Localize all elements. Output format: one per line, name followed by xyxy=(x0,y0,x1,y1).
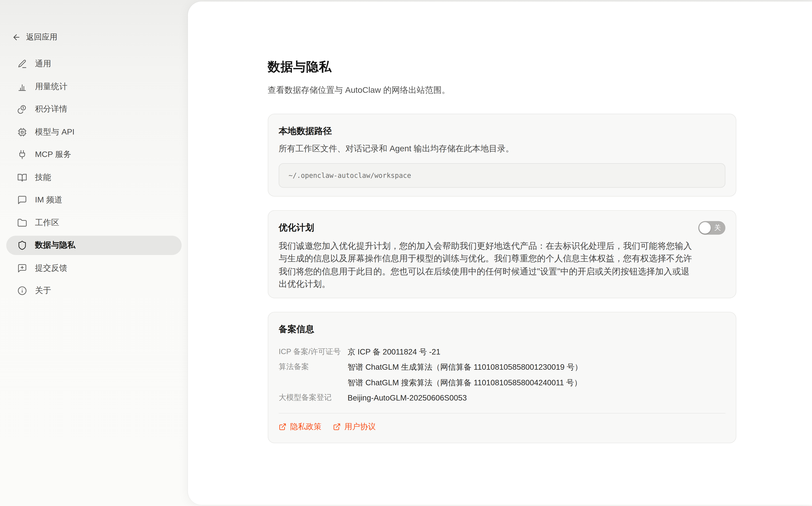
external-link-icon xyxy=(279,423,287,431)
back-to-app-label: 返回应用 xyxy=(26,32,57,42)
bar-chart-icon xyxy=(17,82,27,92)
filing-row-value: 智谱 ChatGLM 搜索算法（网信算备 1101081058580042400… xyxy=(348,375,582,390)
settings-main-panel: 数据与隐私 查看数据存储位置与 AutoClaw 的网络出站范围。 本地数据路径… xyxy=(188,2,812,505)
optimization-plan-title: 优化计划 xyxy=(279,222,725,234)
optimization-plan-card: 优化计划 关 我们诚邀您加入优化提升计划，您的加入会帮助我们更好地迭代产品：在去… xyxy=(268,210,736,298)
user-agreement-label: 用户协议 xyxy=(345,422,376,431)
sidebar-item-about[interactable]: 关于 xyxy=(6,281,182,300)
external-link-icon xyxy=(333,423,341,431)
sidebar-item-label: IM 频道 xyxy=(35,194,62,205)
filing-row-label: 算法备案 xyxy=(279,359,348,390)
sidebar-item-label: 积分详情 xyxy=(35,104,67,115)
sidebar-item-label: 模型与 API xyxy=(35,126,75,137)
sidebar-item-data-privacy[interactable]: 数据与隐私 xyxy=(6,236,182,255)
filing-divider xyxy=(279,413,725,413)
filing-info-title: 备案信息 xyxy=(279,323,725,335)
sidebar-item-credits[interactable]: 积分详情 xyxy=(6,100,182,119)
message-square-icon xyxy=(17,195,27,205)
privacy-policy-label: 隐私政策 xyxy=(290,422,321,431)
filing-row-algorithm: 算法备案 智谱 ChatGLM 生成算法（网信算备 11010810585800… xyxy=(279,359,725,390)
filing-row-icp: ICP 备案/许可证号 京 ICP 备 20011824 号 -21 xyxy=(279,344,725,359)
folder-icon xyxy=(17,218,27,228)
policy-links-row: 隐私政策 用户协议 xyxy=(279,422,725,431)
cpu-icon xyxy=(17,127,27,137)
filing-rows: ICP 备案/许可证号 京 ICP 备 20011824 号 -21 算法备案 … xyxy=(279,344,725,406)
sidebar-item-label: 提交反馈 xyxy=(35,262,67,273)
filing-row-value: 京 ICP 备 20011824 号 -21 xyxy=(348,344,440,359)
settings-sidebar: 返回应用 通用 用量统计 积分详情 模型与 API MCP 服务 xyxy=(0,0,188,506)
sidebar-item-label: MCP 服务 xyxy=(35,149,71,160)
local-data-path-card: 本地数据路径 所有工作区文件、对话记录和 Agent 输出均存储在此本地目录。 … xyxy=(268,114,736,196)
sidebar-item-usage-stats[interactable]: 用量统计 xyxy=(6,77,182,96)
sidebar-item-label: 数据与隐私 xyxy=(35,240,75,251)
filing-row-llm-registration: 大模型备案登记 Beijing-AutoGLM-20250606S0053 xyxy=(279,390,725,406)
message-plus-icon xyxy=(17,263,27,273)
arrow-left-icon xyxy=(12,32,21,41)
local-data-path-field[interactable]: ~/.openclaw-autoclaw/workspace xyxy=(279,163,725,188)
book-open-icon xyxy=(17,172,27,182)
filing-info-card: 备案信息 ICP 备案/许可证号 京 ICP 备 20011824 号 -21 … xyxy=(268,312,736,443)
sidebar-item-label: 工作区 xyxy=(35,217,59,228)
filing-row-value: Beijing-AutoGLM-20250606S0053 xyxy=(348,390,467,406)
sidebar-nav: 通用 用量统计 积分详情 模型与 API MCP 服务 技能 xyxy=(0,54,188,300)
sidebar-item-skills[interactable]: 技能 xyxy=(6,168,182,187)
coins-icon xyxy=(17,104,27,114)
sidebar-item-label: 通用 xyxy=(35,59,51,69)
toggle-state-label: 关 xyxy=(714,221,721,235)
sidebar-item-models-api[interactable]: 模型与 API xyxy=(6,122,182,142)
optimization-plan-body: 我们诚邀您加入优化提升计划，您的加入会帮助我们更好地迭代产品：在去标识化处理后，… xyxy=(279,239,692,290)
filing-row-label: 大模型备案登记 xyxy=(279,390,348,406)
filing-row-value: 智谱 ChatGLM 生成算法（网信算备 1101081058580012300… xyxy=(348,359,582,375)
sidebar-item-label: 技能 xyxy=(35,172,51,183)
pen-icon xyxy=(17,59,27,69)
optimization-plan-toggle[interactable]: 关 xyxy=(698,221,725,235)
info-icon xyxy=(17,286,27,296)
sidebar-item-label: 关于 xyxy=(35,285,51,296)
privacy-policy-link[interactable]: 隐私政策 xyxy=(279,422,321,431)
sidebar-item-im-channels[interactable]: IM 频道 xyxy=(6,190,182,209)
plug-icon xyxy=(17,150,27,160)
shield-icon xyxy=(17,240,27,250)
data-privacy-content: 数据与隐私 查看数据存储位置与 AutoClaw 的网络出站范围。 本地数据路径… xyxy=(268,2,736,443)
app-window: 返回应用 通用 用量统计 积分详情 模型与 API MCP 服务 xyxy=(0,0,812,506)
sidebar-item-feedback[interactable]: 提交反馈 xyxy=(6,258,182,278)
page-title: 数据与隐私 xyxy=(268,59,736,75)
sidebar-item-workspace[interactable]: 工作区 xyxy=(6,213,182,232)
sidebar-item-mcp-services[interactable]: MCP 服务 xyxy=(6,145,182,164)
toggle-knob xyxy=(699,222,711,234)
sidebar-item-general[interactable]: 通用 xyxy=(6,54,182,74)
user-agreement-link[interactable]: 用户协议 xyxy=(333,422,376,431)
back-to-app-button[interactable]: 返回应用 xyxy=(12,30,188,44)
filing-row-label: ICP 备案/许可证号 xyxy=(279,344,348,359)
sidebar-item-label: 用量统计 xyxy=(35,81,67,92)
local-data-path-description: 所有工作区文件、对话记录和 Agent 输出均存储在此本地目录。 xyxy=(279,143,725,154)
page-subtitle: 查看数据存储位置与 AutoClaw 的网络出站范围。 xyxy=(268,85,736,96)
local-data-path-title: 本地数据路径 xyxy=(279,125,725,137)
